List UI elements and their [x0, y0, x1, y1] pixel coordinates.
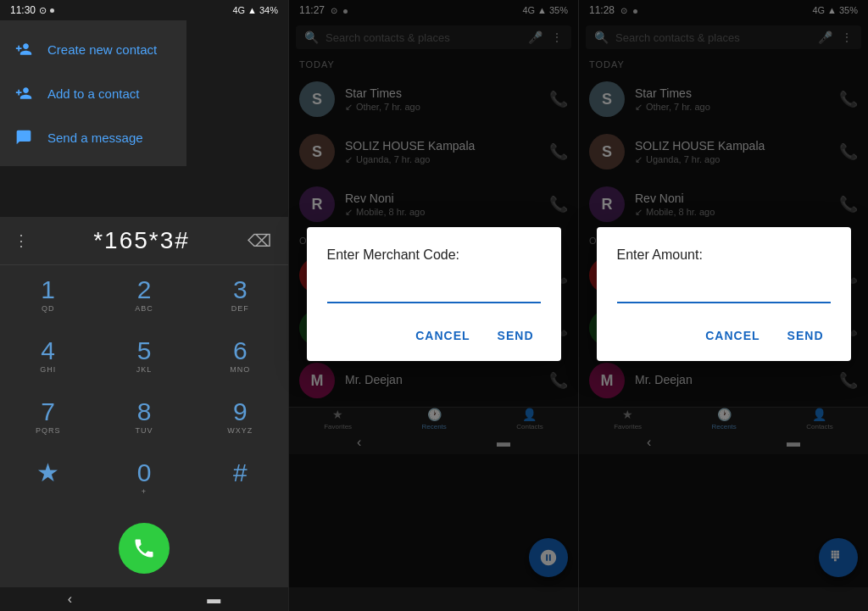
call-button[interactable] [119, 523, 170, 574]
dialog-overlay-p2: Enter Merchant Code: CANCEL SEND [289, 0, 578, 587]
key-4[interactable]: 4 GHI [0, 326, 96, 387]
key-6[interactable]: 6 MNO [192, 326, 288, 387]
menu-item-create-contact[interactable]: Create new contact [0, 27, 186, 71]
back-nav-icon[interactable]: ‹ [68, 592, 72, 607]
nav-bar-panel1: ‹ ▬ [0, 587, 288, 611]
dialer-header: ⋮ *165*3# ⌫ [0, 217, 288, 265]
key-8[interactable]: 8 TUV [96, 387, 192, 448]
time-panel1: 11:30 [10, 4, 36, 16]
dialog-cancel-p2[interactable]: CANCEL [409, 324, 476, 347]
key-3[interactable]: 3 DEF [192, 265, 288, 326]
dialog-actions-p3: CANCEL SEND [617, 324, 831, 347]
menu-label-send-message: Send a message [47, 131, 143, 145]
dialog-box-p2: Enter Merchant Code: CANCEL SEND [307, 227, 561, 361]
status-bar-panel1: 11:30 ⊙ 4G ▲ 34% [0, 0, 288, 20]
dialog-cancel-p3[interactable]: CANCEL [698, 324, 766, 347]
menu-item-add-to-contact[interactable]: Add to a contact [0, 71, 186, 115]
dialog-title-p2: Enter Merchant Code: [327, 247, 541, 263]
dialer-keypad: 1 QD 2 ABC 3 DEF 4 GHI 5 JKL 6 MNO [0, 265, 288, 509]
dialer-number: *165*3# [39, 227, 244, 254]
network-panel1: 4G [232, 5, 245, 15]
dialog-send-p3[interactable]: SEND [781, 324, 831, 347]
dialog-box-p3: Enter Amount: CANCEL SEND [597, 227, 851, 361]
menu-label-create-contact: Create new contact [47, 42, 157, 57]
key-7[interactable]: 7 PQRS [0, 387, 96, 448]
contact-menu: Create new contact Add to a contact Send… [0, 20, 186, 166]
dialog-send-p2[interactable]: SEND [491, 324, 541, 347]
key-star[interactable]: ★ [0, 448, 96, 509]
backspace-icon[interactable]: ⌫ [244, 227, 275, 254]
key-hash[interactable]: # [192, 448, 288, 509]
dot-panel1 [50, 8, 54, 13]
dialer-menu-dots[interactable]: ⋮ [14, 231, 29, 250]
battery-panel1: 34% [259, 5, 278, 15]
menu-item-send-message[interactable]: Send a message [0, 115, 186, 159]
dialer-area: ⋮ *165*3# ⌫ 1 QD 2 ABC 3 DEF 4 GHI 5 [0, 217, 288, 587]
dialog-input-merchant-code[interactable] [327, 280, 541, 303]
person-add-icon [14, 39, 34, 59]
key-1[interactable]: 1 QD [0, 265, 96, 326]
recents-panel-3: 11:28 ⊙ 4G ▲ 35% 🔍 Search contacts & pla… [578, 0, 868, 611]
dialog-actions-p2: CANCEL SEND [327, 324, 541, 347]
dialog-input-amount[interactable] [617, 280, 831, 303]
status-icon-panel1: ⊙ [39, 5, 47, 16]
signal-icon-panel1: ▲ [248, 5, 257, 15]
key-5[interactable]: 5 JKL [96, 326, 192, 387]
dialer-panel: 11:30 ⊙ 4G ▲ 34% Create new contact Add … [0, 0, 288, 611]
home-nav-icon[interactable]: ▬ [207, 592, 220, 607]
dialer-call-row [0, 509, 288, 587]
recents-panel-2: 11:27 ⊙ 4G ▲ 35% 🔍 Search contacts & pla… [288, 0, 578, 611]
dialog-title-p3: Enter Amount: [617, 247, 831, 263]
dialog-overlay-p3: Enter Amount: CANCEL SEND [579, 0, 868, 587]
key-2[interactable]: 2 ABC [96, 265, 192, 326]
key-9[interactable]: 9 WXYZ [192, 387, 288, 448]
person-add-icon-2 [14, 83, 34, 103]
key-0[interactable]: 0 + [96, 448, 192, 509]
message-icon [14, 127, 34, 147]
menu-label-add-to-contact: Add to a contact [47, 86, 139, 101]
